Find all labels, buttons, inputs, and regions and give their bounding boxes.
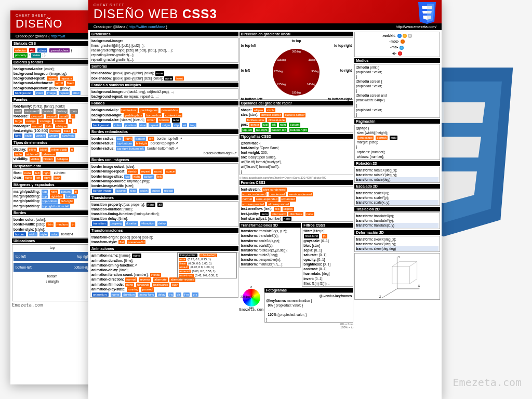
sec-rotacion: Rotación 2D: [354, 161, 440, 166]
color-wheel-icon: 0 270 deg 90 180 Emezeta.com: [240, 288, 263, 312]
section-tipos: Tipos de elementos: [12, 140, 92, 145]
google-fonts-url: // fonts.googleapis.com/css?family=Open+…: [240, 176, 354, 179]
sec-paginacion: Paginación: [354, 119, 440, 124]
section-bordes: Bordes: [12, 210, 92, 215]
site-url[interactable]: http://www.emezeta.com/: [396, 25, 436, 29]
sec-transform3d: Transformaciones 3D: [240, 223, 301, 228]
section-desplaz: Desplazamiento: [12, 164, 92, 168]
section-colores: Colores y fondos: [12, 60, 92, 64]
axes-diagram: Y X Z: [354, 253, 440, 300]
eyebrow: CHEAT SHEET: [94, 3, 436, 7]
sec-filtros: Filtros CSS3: [302, 223, 353, 228]
sec-multiples: Fondos o sombras múltiples: [90, 83, 238, 87]
sec-fotogramas: Fotogramas: [264, 288, 353, 292]
css3-badge-icon: [417, 2, 437, 23]
title-a: DISEÑO WEB: [94, 7, 182, 21]
author-link[interactable]: http://twit: [50, 34, 65, 38]
sec-transiciones: Transiciones: [90, 195, 238, 200]
title-b: CSS3: [182, 7, 217, 21]
emezeta-watermark: Emezeta.com: [453, 376, 522, 389]
section-margenes: Márgenes y espaciados: [12, 182, 92, 187]
svg-text:Z: Z: [379, 295, 381, 298]
section-ubicaciones: Ubicaciones: [12, 238, 92, 243]
section-sintaxis: Sintaxis CSS: [12, 41, 92, 46]
sec-bordes-redondeados: Bordes redondeados: [90, 129, 238, 134]
sec-direccion: Dirección en gradiente lineal: [240, 32, 354, 36]
sec-bordes-img: Bordes con imágenes: [90, 157, 238, 162]
sec-escalado: Escalado 2D: [354, 184, 440, 189]
sec-deformacion: Deformación 2D: [354, 230, 440, 235]
sec-transformaciones: Transformaciones: [90, 228, 238, 233]
sec-fuentes-css3: Fuentes CSS3: [240, 180, 354, 185]
sec-sombras: Sombras: [90, 64, 238, 69]
sec-traslacion: Traslación 2D: [354, 207, 440, 211]
sec-tipografias: Tipografías CSS3: [240, 134, 354, 139]
author-label: Creado por @Manz (: [16, 34, 50, 38]
svg-line-2: [382, 289, 397, 298]
sec-fondos: Fondos: [90, 101, 238, 105]
svg-text:X: X: [418, 284, 420, 287]
section-fuentes: Fuentes: [12, 97, 92, 102]
svg-text:Y: Y: [398, 256, 401, 259]
vendor-prefixes: -webkit- -moz- -ms- -o-: [354, 32, 440, 57]
cheatsheet-front-page: CHEAT SHEET DISEÑO WEB CSS3 Creado por @…: [88, 0, 442, 399]
sec-gradientes: Gradientes: [90, 32, 238, 36]
sec-medios: Medios: [354, 58, 440, 63]
author-link[interactable]: http://twitter.com/Manz: [128, 25, 165, 29]
sec-animaciones: Animaciones: [90, 246, 238, 251]
emezeta-brand: Emezeta.com: [12, 302, 92, 308]
author-label: Creado por @Manz (: [94, 25, 128, 29]
gradient-direction-diagram: 360deg 325deg 35deg 270deg 90deg 215deg …: [273, 49, 320, 96]
